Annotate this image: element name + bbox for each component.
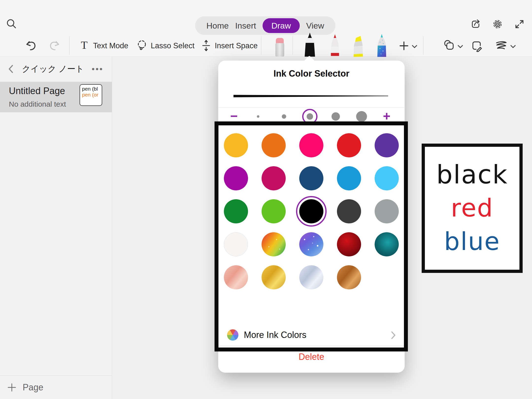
stroke-size-dot-4[interactable] xyxy=(332,112,340,121)
color-swatch-pink[interactable] xyxy=(299,133,323,157)
notebook-title: クイック ノート xyxy=(14,63,92,75)
svg-text:T: T xyxy=(81,39,88,51)
color-grid xyxy=(224,133,399,289)
handwritten-word-blue: blue xyxy=(425,227,519,256)
lasso-select-icon[interactable] xyxy=(136,39,148,52)
stroke-size-dot-1[interactable] xyxy=(257,115,259,118)
ink-color-selector-popup: Ink Color Selector − + More Ink Colors D… xyxy=(218,61,405,373)
color-swatch-marigold[interactable] xyxy=(224,133,248,157)
toolbar-divider xyxy=(293,36,293,55)
color-swatch-rainbow-glitter[interactable] xyxy=(262,232,286,256)
color-swatch-bronze[interactable] xyxy=(337,265,361,289)
text-mode-button[interactable]: Text Mode xyxy=(93,41,128,50)
back-chevron-icon[interactable] xyxy=(7,65,14,73)
color-swatch-rose-gold[interactable] xyxy=(224,265,248,289)
tab-home[interactable]: Home xyxy=(206,21,229,31)
color-swatch-silver[interactable] xyxy=(299,265,323,289)
color-swatch-red[interactable] xyxy=(337,133,361,157)
handwriting-box: black red blue xyxy=(422,144,523,273)
handwritten-word-black: black xyxy=(425,160,519,190)
add-page-label: Page xyxy=(23,382,43,393)
thumbnail-text-2: pen (or xyxy=(82,92,99,98)
color-swatch-black[interactable] xyxy=(299,199,323,223)
free-draw-icon[interactable] xyxy=(495,40,507,51)
stroke-size-dot-5[interactable] xyxy=(356,111,367,122)
toolbar-divider xyxy=(69,36,69,55)
insert-space-button[interactable]: Insert Space xyxy=(215,41,258,50)
chevron-down-icon[interactable] xyxy=(457,44,464,49)
settings-gear-icon[interactable] xyxy=(492,18,503,30)
more-ink-colors-label: More Ink Colors xyxy=(244,330,306,340)
lasso-select-button[interactable]: Lasso Select xyxy=(151,41,195,50)
color-swatch-green[interactable] xyxy=(224,199,248,223)
toolbar-divider xyxy=(261,36,261,55)
color-swatch-blue[interactable] xyxy=(337,166,361,190)
page-thumbnail: pen (bl pen (or xyxy=(80,84,102,106)
stroke-preview xyxy=(233,95,388,98)
tab-draw[interactable]: Draw xyxy=(263,18,300,33)
color-swatch-dark-blue[interactable] xyxy=(299,166,323,190)
color-wheel-icon xyxy=(227,329,238,341)
stroke-size-dot-2[interactable] xyxy=(282,114,286,119)
page-list-item[interactable]: Untitled Page No additional text pen (bl… xyxy=(0,82,112,112)
page-item-subtitle: No additional text xyxy=(9,100,66,108)
divider xyxy=(218,345,405,346)
tab-insert[interactable]: Insert xyxy=(235,21,256,31)
color-swatch-orange[interactable] xyxy=(262,133,286,157)
color-swatch-magenta[interactable] xyxy=(224,166,248,190)
tab-view[interactable]: View xyxy=(306,21,324,31)
popup-title: Ink Color Selector xyxy=(218,68,405,79)
color-swatch-light-blue[interactable] xyxy=(375,166,399,190)
thumbnail-text-1: pen (bl xyxy=(82,86,98,92)
more-options-icon[interactable]: ••• xyxy=(92,64,103,74)
plus-icon xyxy=(7,382,17,392)
size-dot-row: − + xyxy=(218,108,405,125)
more-ink-colors-button[interactable]: More Ink Colors xyxy=(218,326,405,344)
selected-size-ring xyxy=(302,109,317,124)
handwritten-word-red: red xyxy=(425,194,519,222)
red-pen-tool[interactable] xyxy=(329,33,341,57)
expand-icon[interactable] xyxy=(514,18,525,30)
galaxy-pencil-tool[interactable] xyxy=(375,33,388,57)
search-icon[interactable] xyxy=(5,18,17,30)
color-swatch-galaxy[interactable] xyxy=(299,232,323,256)
sidebar-header: クイック ノート ••• xyxy=(0,57,112,81)
chevron-down-icon[interactable] xyxy=(510,44,516,49)
undo-button[interactable] xyxy=(25,40,37,51)
delete-pen-button[interactable]: Delete xyxy=(218,352,405,362)
text-mode-icon[interactable]: T xyxy=(79,39,90,51)
color-swatch-raspberry[interactable] xyxy=(262,166,286,190)
color-swatch-light-green[interactable] xyxy=(262,199,286,223)
redo-button[interactable] xyxy=(49,40,60,51)
color-swatch-gray[interactable] xyxy=(375,199,399,223)
color-swatch-teal-ocean[interactable] xyxy=(375,232,399,256)
color-swatch-white[interactable] xyxy=(224,232,248,256)
color-swatch-red-marble[interactable] xyxy=(337,232,361,256)
stroke-size-decrease-button[interactable]: − xyxy=(230,109,238,123)
shapes-tool-icon[interactable] xyxy=(443,40,456,52)
share-icon[interactable] xyxy=(470,18,481,30)
black-pen-tool[interactable] xyxy=(302,32,318,57)
insert-space-icon[interactable] xyxy=(201,39,212,52)
stroke-size-increase-button[interactable]: + xyxy=(383,109,390,123)
page-item-title: Untitled Page xyxy=(9,86,65,96)
ink-annotation-icon[interactable] xyxy=(471,40,483,52)
toolbar-divider xyxy=(423,36,423,55)
add-page-button[interactable]: Page xyxy=(0,375,112,399)
app-chrome: Home Insert Draw View T Text Mode Lasso … xyxy=(0,0,532,57)
chevron-down-icon[interactable] xyxy=(411,44,418,49)
color-swatch-gold[interactable] xyxy=(262,265,286,289)
color-swatch-purple[interactable] xyxy=(375,133,399,157)
yellow-highlighter-tool[interactable] xyxy=(350,34,366,57)
page-list-sidebar: クイック ノート ••• Untitled Page No additional… xyxy=(0,57,112,399)
add-pen-button[interactable] xyxy=(399,41,409,51)
color-swatch-dark-gray[interactable] xyxy=(337,199,361,223)
chevron-right-icon xyxy=(390,331,396,340)
eraser-tool[interactable] xyxy=(272,36,287,57)
